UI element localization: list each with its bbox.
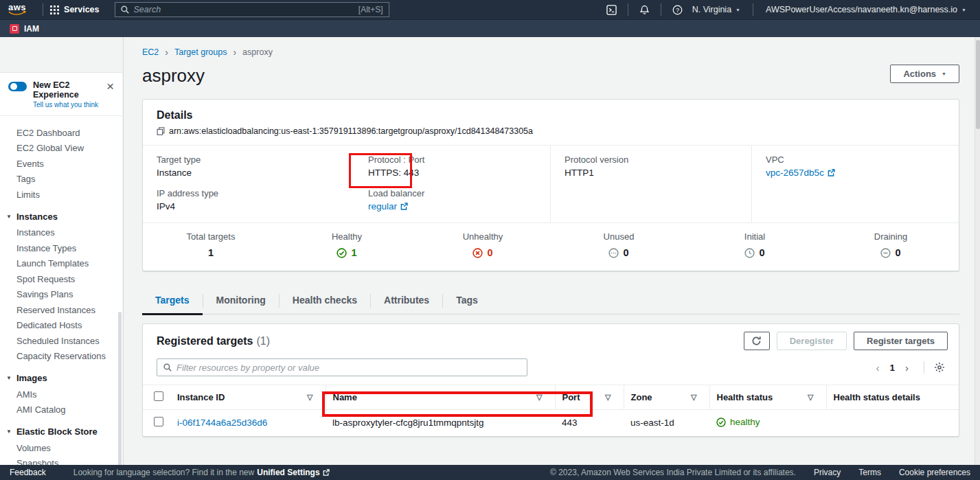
sidebar-item-ec2-dashboard[interactable]: EC2 Dashboard bbox=[0, 125, 122, 141]
sidebar-item-scheduled-instances[interactable]: Scheduled Instances bbox=[0, 333, 122, 349]
x-circle-icon bbox=[472, 248, 483, 258]
close-icon[interactable]: × bbox=[106, 80, 115, 91]
cloudshell-button[interactable] bbox=[602, 5, 621, 15]
chevron-right-icon: › bbox=[165, 47, 168, 58]
sidebar-item-instance-types[interactable]: Instance Types bbox=[0, 240, 122, 256]
notifications-button[interactable] bbox=[635, 5, 654, 15]
minus-circle-icon bbox=[880, 248, 891, 258]
tab-targets[interactable]: Targets bbox=[142, 288, 203, 314]
sidebar-item-events[interactable]: Events bbox=[0, 156, 122, 172]
health-status-badge: healthy bbox=[716, 417, 760, 427]
sidebar-item-tags[interactable]: Tags bbox=[0, 172, 122, 187]
sidebar-item-ami-catalog[interactable]: AMI Catalog bbox=[0, 402, 122, 418]
previous-page-button[interactable]: ‹ bbox=[870, 362, 885, 374]
sidebar-item-launch-templates[interactable]: Launch Templates bbox=[0, 256, 122, 272]
column-header-name[interactable]: Name▽ bbox=[326, 385, 555, 410]
sort-filter-icon[interactable]: ▽ bbox=[691, 393, 696, 402]
sidebar-item-snapshots[interactable]: Snapshots bbox=[0, 456, 122, 466]
sort-filter-icon[interactable]: ▽ bbox=[536, 393, 542, 402]
target-group-tabs: Targets Monitoring Health checks Attribu… bbox=[142, 288, 959, 315]
instance-id-link[interactable]: i-06f1744a6a25d36d6 bbox=[177, 418, 267, 428]
next-page-button[interactable]: › bbox=[900, 362, 914, 374]
tab-health-checks[interactable]: Health checks bbox=[280, 288, 370, 314]
sidebar-item-instances[interactable]: Instances bbox=[0, 225, 122, 241]
page-number[interactable]: 1 bbox=[887, 363, 897, 373]
sidebar-section-elastic-block-store[interactable]: ▼ Elastic Block Store bbox=[0, 424, 122, 440]
clock-circle-icon bbox=[744, 248, 755, 258]
sidebar-section-images[interactable]: ▼ Images bbox=[0, 370, 122, 387]
privacy-link[interactable]: Privacy bbox=[814, 468, 841, 477]
triangle-down-icon: ▼ bbox=[6, 427, 12, 437]
breadcrumb-ec2[interactable]: EC2 bbox=[142, 47, 159, 57]
row-checkbox[interactable] bbox=[154, 417, 163, 426]
deregister-button[interactable]: Deregister bbox=[777, 332, 847, 350]
breadcrumb-target-groups[interactable]: Target groups bbox=[174, 47, 227, 57]
global-search-input[interactable] bbox=[134, 5, 354, 14]
registered-targets-title: Registered targets bbox=[157, 335, 253, 347]
registered-targets-table: Instance ID▽ Name▽ Port▽ Zone▽ Health st… bbox=[143, 385, 959, 436]
chevron-down-icon: ▼ bbox=[736, 8, 740, 12]
filter-box[interactable] bbox=[157, 358, 527, 376]
favorite-iam[interactable]: IAM bbox=[10, 24, 39, 34]
load-balancer-link[interactable]: regular bbox=[368, 201, 408, 212]
global-search-box[interactable]: [Alt+S] bbox=[115, 2, 389, 17]
sidebar-section-instances[interactable]: ▼ Instances bbox=[0, 209, 122, 225]
column-header-port[interactable]: Port▽ bbox=[555, 385, 624, 410]
triangle-down-icon: ▼ bbox=[6, 212, 12, 222]
help-button[interactable]: ? bbox=[668, 5, 687, 15]
scrollbar-thumb[interactable] bbox=[976, 40, 980, 129]
sidebar-panel: New EC2 Experience Tell us what you thin… bbox=[0, 72, 122, 465]
section-label: Elastic Block Store bbox=[16, 427, 98, 437]
target-name-cell: lb-asproxytyler-cfcg8jru1tmmqpntsjtg bbox=[326, 410, 555, 436]
sidebar-scrollbar[interactable] bbox=[118, 312, 122, 465]
external-link-icon bbox=[400, 203, 408, 210]
filter-row: ‹ 1 › bbox=[143, 356, 959, 385]
table-settings-button[interactable] bbox=[934, 362, 948, 373]
sidebar-item-dedicated-hosts[interactable]: Dedicated Hosts bbox=[0, 318, 122, 334]
triangle-down-icon: ▼ bbox=[6, 374, 12, 383]
divider bbox=[628, 3, 628, 16]
page-scrollbar[interactable] bbox=[975, 37, 980, 465]
select-all-checkbox[interactable] bbox=[154, 391, 163, 401]
sidebar-item-limits[interactable]: Limits bbox=[0, 187, 122, 203]
aws-logo-text: aws bbox=[8, 3, 26, 11]
section-label: Instances bbox=[16, 212, 58, 222]
refresh-button[interactable] bbox=[744, 332, 770, 350]
account-menu[interactable]: AWSPowerUserAccess/navaneeth.kn@harness.… bbox=[760, 5, 972, 14]
filter-input[interactable] bbox=[176, 363, 521, 373]
sidebar-item-amis[interactable]: AMIs bbox=[0, 387, 122, 402]
column-header-zone[interactable]: Zone▽ bbox=[624, 385, 709, 410]
sidebar-item-spot-requests[interactable]: Spot Requests bbox=[0, 271, 122, 287]
sidebar-item-capacity-reservations[interactable]: Capacity Reservations bbox=[0, 349, 122, 365]
sort-filter-icon[interactable]: ▽ bbox=[307, 393, 312, 402]
aws-logo[interactable]: aws bbox=[8, 3, 26, 16]
sidebar-item-savings-plans[interactable]: Savings Plans bbox=[0, 287, 122, 303]
sidebar-item-volumes[interactable]: Volumes bbox=[0, 440, 122, 456]
cookie-preferences-link[interactable]: Cookie preferences bbox=[899, 468, 970, 477]
services-menu[interactable]: Services bbox=[50, 5, 99, 14]
vpc-link[interactable]: vpc-2657db5c bbox=[766, 168, 835, 178]
sidebar-item-ec2-global-view[interactable]: EC2 Global View bbox=[0, 141, 122, 157]
unified-settings-link[interactable]: Unified Settings bbox=[257, 468, 329, 477]
sidebar-item-reserved-instances[interactable]: Reserved Instances bbox=[0, 302, 122, 318]
actions-button[interactable]: Actions ▼ bbox=[890, 65, 959, 83]
sort-filter-icon[interactable]: ▽ bbox=[808, 393, 813, 402]
sort-filter-icon[interactable]: ▽ bbox=[605, 393, 611, 402]
region-selector[interactable]: N. Virginia ▼ bbox=[687, 5, 746, 14]
terms-link[interactable]: Terms bbox=[858, 468, 881, 477]
register-targets-button[interactable]: Register targets bbox=[854, 332, 948, 350]
check-circle-icon bbox=[337, 248, 347, 258]
feedback-link[interactable]: Feedback bbox=[10, 468, 46, 477]
tab-attributes[interactable]: Attributes bbox=[371, 288, 442, 314]
tell-us-link[interactable]: Tell us what you think bbox=[33, 101, 100, 108]
column-header-instance-id[interactable]: Instance ID▽ bbox=[170, 385, 326, 410]
iam-label: IAM bbox=[24, 24, 39, 34]
target-group-arn: arn:aws:elasticloadbalancing:us-east-1:3… bbox=[169, 126, 533, 136]
copy-icon[interactable] bbox=[157, 127, 165, 135]
topnav-right-group: ? N. Virginia ▼ AWSPowerUserAccess/navan… bbox=[602, 3, 972, 16]
column-header-health-status[interactable]: Health status▽ bbox=[709, 385, 826, 410]
field-label: Load balancer bbox=[368, 188, 536, 198]
tab-tags[interactable]: Tags bbox=[443, 288, 491, 314]
tab-monitoring[interactable]: Monitoring bbox=[203, 288, 279, 314]
new-experience-toggle[interactable] bbox=[8, 82, 27, 91]
